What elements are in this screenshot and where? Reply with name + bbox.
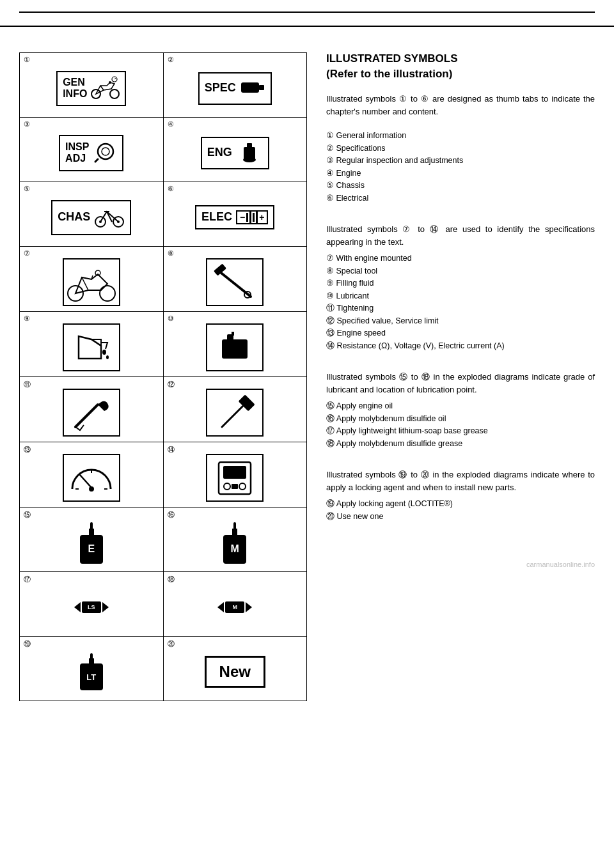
cell-number-12: ⑫ <box>168 380 175 389</box>
cell-number-9: ⑨ <box>24 314 30 323</box>
insp-box: INSPADJ <box>59 135 123 171</box>
elec-box: ELEC − + <box>195 205 274 229</box>
moly-nozzle-top <box>233 522 236 529</box>
gen-info-label: GENINFO <box>63 77 87 99</box>
s8-num: ⑧ <box>326 267 336 275</box>
grid-row-8: ⑮ E ⑯ M <box>20 508 306 572</box>
icon-10 <box>206 323 264 371</box>
svg-rect-36 <box>223 466 246 479</box>
spec-item-12: ⑫ Specified value, Service limit <box>326 316 595 327</box>
cell-content-15: E <box>25 519 158 566</box>
s8-desc: Special tool <box>336 267 377 275</box>
icon-13 <box>63 454 120 502</box>
cell-9: ⑨ <box>20 312 164 376</box>
l18-desc: Apply molybdenum disulfide grease <box>336 439 462 448</box>
cell-number-8: ⑧ <box>168 249 174 258</box>
cell-6: ⑥ ELEC − + <box>164 182 307 246</box>
l15-num: ⑮ <box>326 401 336 410</box>
s14-desc: Resistance (Ω), Voltage (V), Electric cu… <box>336 341 504 350</box>
n20-num: ⑳ <box>326 512 336 521</box>
s7-num: ⑦ <box>326 254 336 263</box>
chapter-item-3: ③ Regular inspection and adjustments <box>326 155 595 167</box>
ch1-desc: General information <box>336 131 406 140</box>
cell-14: ⑭ <box>164 442 307 507</box>
lt-nozzle-top <box>90 653 93 658</box>
cell-18: ⑱ M <box>164 572 307 636</box>
battery-bar-2 <box>249 211 251 224</box>
cell-number-3: ③ <box>24 120 30 128</box>
section2-text: Illustrated symbols ⑦ to ⑭ are used to i… <box>326 223 595 248</box>
s10-desc: Lubricant <box>336 291 368 300</box>
cell-content-2: SPEC <box>169 65 302 112</box>
grid-row-3: ⑤ CHAS <box>20 182 306 247</box>
cell-number-15: ⑮ <box>24 510 31 520</box>
new-items-list: ⑲ Apply locking agent (LOCTITE®) ⑳ Use n… <box>326 499 595 522</box>
chapter-item-6: ⑥ Electrical <box>326 193 595 205</box>
svg-line-20 <box>219 271 251 297</box>
l16-num: ⑯ <box>326 414 336 423</box>
section3: Illustrated symbols ⑮ to ⑱ in the explod… <box>326 371 595 449</box>
icon-14 <box>206 454 264 502</box>
cell-5: ⑤ CHAS <box>20 182 164 246</box>
moly-nozzle <box>232 529 237 535</box>
eng-box: ENG <box>201 137 269 169</box>
elec-icon: − + <box>236 210 268 224</box>
lubes-list: ⑮ Apply engine oil ⑯ Apply molybdenum di… <box>326 401 595 449</box>
moly-grease-icon: M <box>217 601 252 613</box>
cell-content-16: M <box>169 519 302 566</box>
insp-label: INSPADJ <box>65 141 89 164</box>
svg-point-1 <box>110 89 119 98</box>
svg-line-9 <box>95 159 98 162</box>
watermark-text: carmanualsonline.info <box>526 561 595 568</box>
cell-content-11 <box>25 389 158 437</box>
cell-number-1: ① <box>24 56 30 64</box>
ch5-desc: Chassis <box>336 181 364 190</box>
grid-row-10: ⑲ LT ⑳ New <box>20 637 306 701</box>
ch2-num: ② <box>326 144 336 153</box>
special-tool-icon <box>209 261 260 303</box>
cell-content-19: LT <box>25 648 158 695</box>
s7-desc: With engine mounted <box>336 254 411 263</box>
ch3-desc: Regular inspection and adjustments <box>336 156 463 165</box>
lt-label: LT <box>80 663 103 690</box>
icon-11 <box>63 389 120 437</box>
spec-item-8: ⑧ Special tool <box>326 266 595 277</box>
section2: Illustrated symbols ⑦ to ⑭ are used to i… <box>326 223 595 352</box>
s12-num: ⑫ <box>326 316 336 325</box>
cell-content-20: New <box>169 648 302 695</box>
chapter-list: ① General information ② Specifications ③… <box>326 130 595 204</box>
spec-item-11: ⑪ Tightening <box>326 303 595 314</box>
svg-point-38 <box>239 483 246 490</box>
grid-row-4: ⑦ ⑧ <box>20 247 306 312</box>
l17-num: ⑰ <box>326 426 336 435</box>
ch1-num: ① <box>326 131 336 140</box>
svg-rect-5 <box>241 82 259 93</box>
svg-rect-11 <box>247 143 252 148</box>
oil-label-e: E <box>80 535 103 564</box>
cell-1: ① GENINFO <box>20 53 164 117</box>
icon-9 <box>63 323 120 371</box>
elec-label: ELEC <box>201 211 232 224</box>
cell-3: ③ INSPADJ <box>20 118 164 182</box>
cell-content-3: INSPADJ <box>25 129 158 176</box>
cell-4: ④ ENG <box>164 118 307 182</box>
cell-number-5: ⑤ <box>24 185 30 193</box>
grid-row-1: ① GENINFO <box>20 53 306 118</box>
section4: Illustrated symbols ⑲ to ⑳ in the explod… <box>326 469 595 522</box>
loctite-icon: LT <box>80 653 103 690</box>
arrow-right <box>102 602 109 612</box>
l15-desc: Apply engine oil <box>336 401 393 410</box>
cell-10: ⑩ <box>164 312 307 376</box>
spec-label: SPEC <box>205 82 236 95</box>
arrow-left-2 <box>217 602 224 612</box>
cell-7: ⑦ <box>20 247 164 311</box>
cell-11: ⑪ <box>20 377 164 442</box>
spec-item-9: ⑨ Filling fluid <box>326 278 595 290</box>
cell-content-12 <box>169 389 302 437</box>
svg-line-28 <box>222 405 244 427</box>
svg-rect-6 <box>259 85 264 90</box>
l18-num: ⑱ <box>326 439 336 448</box>
cell-content-8 <box>169 258 302 306</box>
icon-12 <box>206 389 264 437</box>
svg-point-23 <box>102 350 106 355</box>
